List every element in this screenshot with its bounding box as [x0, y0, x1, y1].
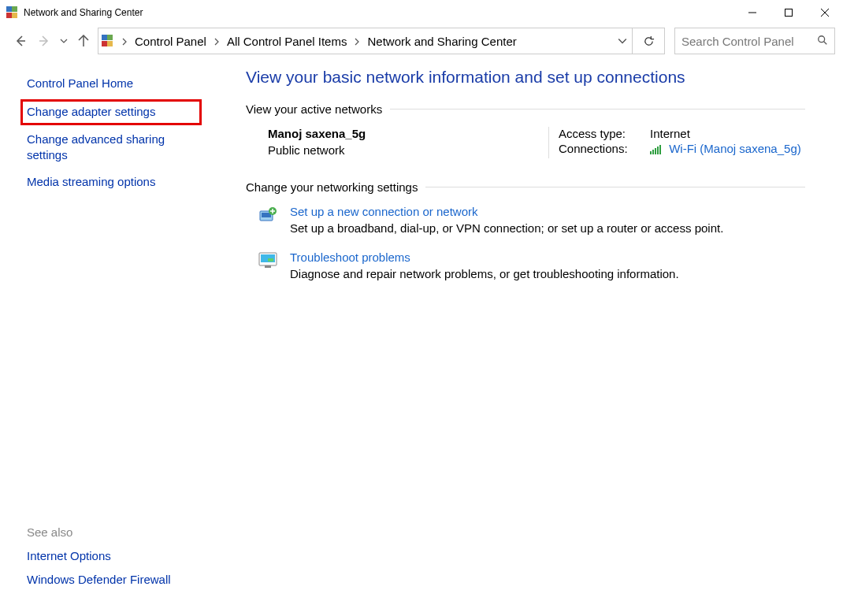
chevron-right-icon[interactable]: [353, 35, 361, 48]
wifi-signal-icon: [650, 143, 663, 157]
breadcrumb-item[interactable]: Control Panel: [132, 35, 210, 48]
troubleshoot-icon: [246, 250, 290, 280]
breadcrumb-item[interactable]: Network and Sharing Center: [364, 35, 519, 48]
maximize-button[interactable]: [771, 0, 807, 25]
task-setup-connection: Set up a new connection or network Set u…: [246, 205, 805, 235]
sidebar-link-adapter-settings[interactable]: Change adapter settings: [24, 102, 199, 121]
see-also-internet-options[interactable]: Internet Options: [27, 548, 171, 564]
setup-connection-icon: [246, 205, 290, 235]
connections-label: Connections:: [559, 142, 650, 157]
see-also-header: See also: [27, 525, 171, 539]
svg-rect-1: [785, 9, 793, 17]
page-heading: View your basic network information and …: [246, 68, 805, 87]
access-type-label: Access type:: [559, 127, 650, 140]
app-icon: [6, 6, 19, 19]
svg-rect-11: [655, 148, 656, 154]
task-desc: Set up a broadband, dial-up, or VPN conn…: [290, 221, 723, 235]
search-box[interactable]: Search Control Panel: [674, 28, 835, 54]
control-panel-icon: [102, 35, 114, 47]
active-networks-header: View your active networks: [246, 102, 805, 116]
svg-rect-22: [265, 265, 271, 268]
sidebar-link-home[interactable]: Control Panel Home: [27, 76, 233, 91]
sidebar-link-advanced-sharing[interactable]: Change advanced sharing settings: [27, 132, 169, 164]
task-troubleshoot: Troubleshoot problems Diagnose and repai…: [246, 250, 805, 280]
svg-rect-12: [657, 147, 659, 154]
svg-rect-21: [268, 258, 273, 262]
change-settings-header: Change your networking settings: [246, 180, 805, 194]
svg-point-7: [819, 35, 825, 42]
svg-rect-13: [659, 145, 661, 154]
address-dropdown[interactable]: [613, 28, 632, 54]
task-link-setup[interactable]: Set up a new connection or network: [290, 205, 723, 218]
chevron-right-icon[interactable]: [121, 35, 128, 48]
breadcrumb-item[interactable]: All Control Panel Items: [224, 35, 351, 48]
nav-bar: Control Panel All Control Panel Items Ne…: [0, 25, 843, 57]
search-icon[interactable]: [817, 35, 828, 48]
access-type-value: Internet: [650, 127, 690, 140]
history-dropdown[interactable]: [58, 32, 69, 50]
search-placeholder: Search Control Panel: [681, 35, 794, 48]
task-link-troubleshoot[interactable]: Troubleshoot problems: [290, 250, 679, 264]
address-bar[interactable]: Control Panel All Control Panel Items Ne…: [98, 28, 665, 54]
window-title: Network and Sharing Center: [24, 7, 143, 18]
minimize-button[interactable]: [734, 0, 771, 25]
chevron-right-icon[interactable]: [213, 35, 221, 48]
title-bar: Network and Sharing Center: [0, 0, 843, 25]
main-panel: View your basic network information and …: [233, 57, 843, 616]
svg-line-8: [824, 41, 827, 44]
up-button[interactable]: [74, 32, 93, 50]
back-button[interactable]: [11, 32, 30, 50]
forward-button[interactable]: [35, 32, 54, 50]
close-button[interactable]: [807, 0, 843, 25]
connection-link[interactable]: Wi-Fi (Manoj saxena_5g): [669, 142, 801, 155]
network-type: Public network: [268, 143, 548, 157]
task-desc: Diagnose and repair network problems, or…: [290, 267, 679, 280]
sidebar: Control Panel Home Change adapter settin…: [0, 57, 233, 616]
active-network: Manoj saxena_5g Public network Access ty…: [246, 127, 805, 158]
refresh-button[interactable]: [632, 28, 664, 54]
svg-rect-10: [652, 150, 654, 154]
see-also: See also Internet Options Windows Defend…: [27, 525, 171, 596]
sidebar-link-media-streaming[interactable]: Media streaming options: [27, 174, 233, 190]
svg-rect-9: [650, 151, 652, 154]
network-name: Manoj saxena_5g: [268, 127, 548, 140]
see-also-firewall[interactable]: Windows Defender Firewall: [27, 572, 171, 588]
